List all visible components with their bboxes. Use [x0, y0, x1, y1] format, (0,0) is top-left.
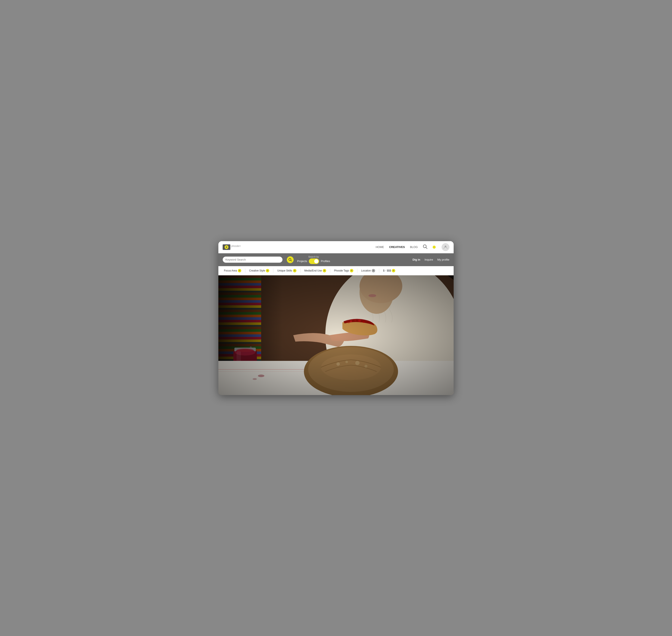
svg-line-4 [426, 247, 427, 249]
inquire-button[interactable]: Inquire [425, 258, 433, 261]
search-icon [289, 258, 292, 261]
dig-in-button[interactable]: Dig in [412, 258, 420, 261]
filter-divider [273, 269, 273, 273]
hero-image [218, 275, 454, 395]
jam-jar [231, 337, 257, 370]
search-by-label: Search by [308, 256, 319, 258]
nav-home[interactable]: HOME [376, 245, 384, 249]
svg-line-7 [291, 260, 292, 261]
nav-search-icon[interactable] [423, 244, 427, 250]
top-navigation: phoode® HOME CREATIVES BLOG [218, 241, 454, 253]
chevron-down-icon: ▾ [266, 269, 269, 272]
person-overlay [301, 275, 454, 395]
my-profile-button[interactable]: My profile [437, 258, 449, 261]
logo[interactable]: phoode® [223, 244, 241, 250]
projects-label: Projects [297, 260, 307, 263]
svg-rect-0 [223, 244, 230, 250]
action-links: Dig in Inquire My profile [412, 258, 449, 261]
search-toggle[interactable] [309, 258, 319, 264]
nav-links: HOME CREATIVES BLOG [376, 243, 449, 251]
filter-focus-area[interactable]: Focus Area ▾ [222, 268, 243, 274]
search-input[interactable] [226, 258, 280, 261]
filter-row: Focus Area ▾ Creative Style ▾ Unique Ski… [218, 266, 454, 275]
user-avatar[interactable] [442, 243, 449, 251]
browser-frame: phoode® HOME CREATIVES BLOG [218, 241, 454, 395]
logo-text: phoode® [231, 244, 241, 250]
chevron-down-icon: ▾ [323, 269, 326, 272]
chevron-down-icon: ▾ [238, 269, 241, 272]
photo-scene [218, 275, 454, 395]
notification-dot [433, 246, 436, 249]
chevron-down-icon: ▾ [372, 269, 375, 272]
search-button[interactable] [287, 256, 294, 263]
chevron-down-icon: ▾ [350, 269, 353, 272]
filter-price-range[interactable]: $ - $$$ ▾ [381, 268, 397, 274]
nav-creatives[interactable]: CREATIVES [389, 245, 405, 249]
search-bar-row: Search by Projects Profiles Dig in Inqui… [218, 253, 454, 266]
filter-divider [357, 269, 358, 273]
logo-icon [223, 244, 230, 250]
filter-unique-skills[interactable]: Unique Skills ▾ [275, 268, 299, 274]
filter-phoode-tags[interactable]: Phoode Tags ▾ [332, 268, 356, 274]
chevron-down-icon: ▾ [392, 269, 395, 272]
filter-divider [379, 269, 379, 273]
filter-divider [300, 269, 301, 273]
svg-point-2 [226, 246, 227, 248]
nav-blog[interactable]: BLOG [410, 245, 418, 249]
profiles-label: Profiles [321, 260, 330, 263]
svg-point-1 [225, 245, 228, 249]
chevron-down-icon: ▾ [293, 269, 296, 272]
filter-location[interactable]: Location ▾ [359, 268, 377, 274]
filter-creative-style[interactable]: Creative Style ▾ [247, 268, 272, 274]
search-by-group: Search by Projects Profiles [297, 256, 330, 264]
filter-media-end-use[interactable]: Media/End Use ▾ [302, 268, 328, 274]
search-input-wrap [223, 257, 283, 263]
toggle-row: Projects Profiles [297, 258, 330, 264]
